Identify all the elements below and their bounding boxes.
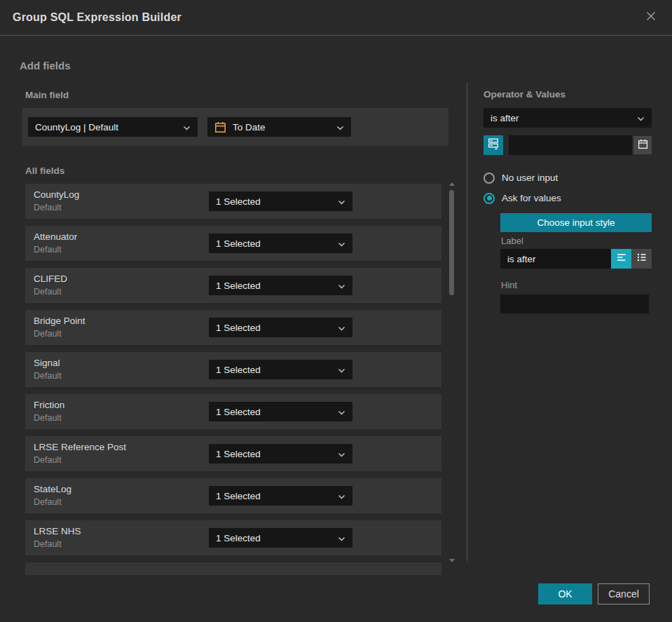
- field-subtitle: Default: [34, 245, 62, 255]
- chevron-down-icon: [338, 237, 345, 250]
- field-name: Attenuator: [34, 231, 77, 242]
- field-values-selected: 1 Selected: [216, 407, 261, 417]
- chevron-down-icon: [637, 111, 645, 124]
- chevron-down-icon: [183, 121, 191, 133]
- field-name: Signal: [34, 358, 60, 368]
- main-field-date-value: To Date: [233, 122, 266, 133]
- main-field-select[interactable]: CountyLog | Default: [28, 117, 198, 137]
- field-subtitle: Default: [34, 497, 62, 507]
- radio-no-user-input[interactable]: No user input: [484, 172, 558, 184]
- field-row: Attenuator Default 1 Selected: [25, 226, 441, 261]
- value-calendar-button[interactable]: [633, 136, 652, 154]
- operator-values-heading: Operator & Values: [484, 89, 565, 100]
- field-row: StateLog Default 1 Selected: [25, 478, 441, 513]
- field-row: Bridge Point Default 1 Selected: [25, 310, 441, 345]
- field-values-dropdown[interactable]: 1 Selected: [209, 528, 352, 548]
- stacked-rows-icon: [488, 137, 499, 153]
- field-subtitle: Default: [34, 287, 62, 297]
- radio-ask-for-values-label: Ask for values: [502, 193, 561, 203]
- calendar-icon: [638, 139, 648, 152]
- field-subtitle: Default: [34, 329, 62, 339]
- field-values-dropdown[interactable]: 1 Selected: [209, 276, 352, 295]
- field-name: StateLog: [34, 484, 71, 494]
- radio-selected-icon: [484, 193, 495, 204]
- field-values-selected: 1 Selected: [216, 323, 261, 333]
- field-values-selected: 1 Selected: [216, 491, 261, 501]
- field-subtitle: Default: [34, 371, 62, 381]
- scrollbar-thumb[interactable]: [449, 190, 454, 295]
- list-style-button[interactable]: [631, 249, 652, 269]
- field-name: Bridge Point: [34, 316, 85, 326]
- value-input-type-button[interactable]: [484, 135, 503, 155]
- chevron-down-icon: [338, 363, 345, 376]
- main-field-date-select[interactable]: To Date: [207, 117, 351, 137]
- field-values-selected: 1 Selected: [216, 280, 261, 291]
- field-row: Signal Default 1 Selected: [25, 352, 441, 387]
- field-row: LRSE NHS Default 1 Selected: [25, 520, 441, 555]
- chevron-down-icon: [338, 532, 345, 544]
- field-values-dropdown[interactable]: 1 Selected: [209, 191, 352, 211]
- chevron-down-icon: [338, 447, 345, 460]
- hint-input[interactable]: [500, 295, 649, 313]
- label-field-label: Label: [501, 236, 523, 246]
- field-values-dropdown[interactable]: 1 Selected: [209, 444, 352, 464]
- add-fields-heading: Add fields: [20, 60, 71, 72]
- dialog-titlebar: Group SQL Expression Builder: [0, 0, 672, 36]
- field-row: LRSE Reference Post Default 1 Selected: [25, 436, 441, 471]
- main-field-panel: CountyLog | Default To Date: [22, 108, 448, 146]
- choose-input-style-button[interactable]: Choose input style: [500, 213, 652, 232]
- field-values-selected: 1 Selected: [216, 238, 261, 249]
- dialog-title: Group SQL Expression Builder: [13, 11, 181, 24]
- calendar-icon: [214, 121, 226, 133]
- chevron-down-icon: [338, 195, 345, 208]
- field-name: LRSE Reference Post: [34, 442, 126, 452]
- field-name: Friction: [34, 400, 64, 410]
- field-values-selected: 1 Selected: [216, 365, 261, 375]
- field-subtitle: Default: [34, 203, 62, 212]
- field-values-dropdown[interactable]: 1 Selected: [209, 486, 352, 506]
- field-row: Friction Default 1 Selected: [25, 394, 441, 429]
- radio-no-user-input-label: No user input: [502, 173, 558, 183]
- main-field-select-value: CountyLog | Default: [35, 122, 118, 133]
- ok-button[interactable]: OK: [538, 583, 592, 604]
- operator-select-value: is after: [491, 113, 519, 123]
- field-subtitle: Default: [34, 413, 62, 423]
- all-fields-list: CountyLog Default 1 Selected Attenuator …: [25, 181, 441, 575]
- field-values-selected: 1 Selected: [216, 533, 261, 543]
- group-sql-expression-builder-dialog: { "dialog": { "title": "Group SQL Expres…: [0, 0, 672, 622]
- all-fields-label: All fields: [25, 165, 64, 176]
- field-name: LRSE NHS: [34, 526, 81, 536]
- chevron-down-icon: [338, 321, 345, 334]
- label-input[interactable]: [500, 249, 611, 269]
- hint-field-label: Hint: [501, 280, 517, 290]
- field-row: CLIFED Default 1 Selected: [25, 268, 441, 303]
- value-input[interactable]: [509, 135, 632, 155]
- field-row-partial: [25, 562, 441, 575]
- field-values-selected: 1 Selected: [216, 449, 261, 459]
- fields-scrollbar[interactable]: [448, 181, 455, 564]
- field-values-dropdown[interactable]: 1 Selected: [209, 318, 352, 337]
- main-field-label: Main field: [25, 90, 69, 100]
- single-line-style-button[interactable]: [611, 249, 631, 269]
- field-subtitle: Default: [34, 455, 62, 465]
- bulleted-list-icon: [636, 252, 647, 266]
- chevron-down-icon: [338, 405, 345, 418]
- scrollbar-down-arrow-icon[interactable]: [449, 559, 455, 562]
- field-name: CLIFED: [34, 273, 67, 284]
- radio-unselected-icon: [484, 173, 495, 184]
- field-name: CountyLog: [34, 189, 79, 200]
- field-values-dropdown[interactable]: 1 Selected: [209, 360, 352, 379]
- field-values-dropdown[interactable]: 1 Selected: [209, 402, 352, 421]
- close-icon: [644, 9, 658, 26]
- field-row: CountyLog Default 1 Selected: [25, 184, 441, 219]
- chevron-down-icon: [336, 121, 344, 133]
- cancel-button[interactable]: Cancel: [598, 583, 650, 604]
- chevron-down-icon: [338, 489, 345, 502]
- field-values-selected: 1 Selected: [216, 196, 261, 207]
- radio-ask-for-values[interactable]: Ask for values: [484, 192, 561, 204]
- operator-select[interactable]: is after: [484, 108, 652, 128]
- field-subtitle: Default: [34, 539, 62, 549]
- field-values-dropdown[interactable]: 1 Selected: [209, 234, 352, 253]
- close-button[interactable]: [643, 9, 659, 26]
- scrollbar-up-arrow-icon[interactable]: [449, 182, 455, 186]
